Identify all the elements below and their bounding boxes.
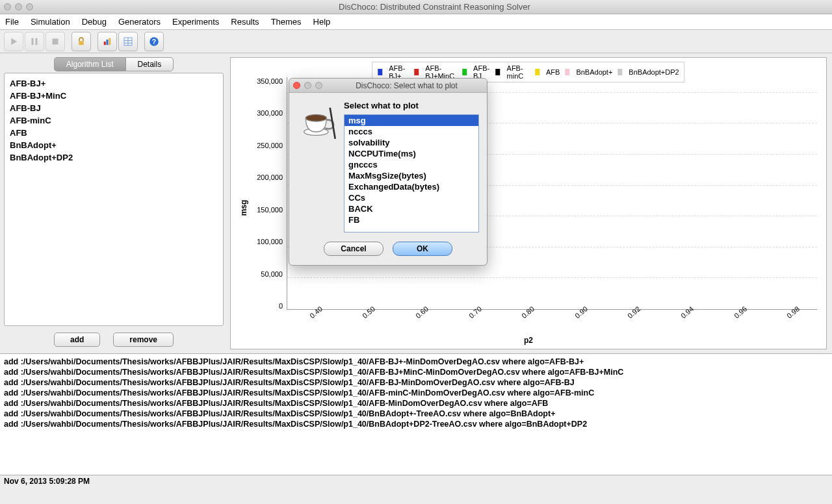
window-titlebar: DisChoco: Distributed Constraint Reasoni… xyxy=(0,0,832,14)
status-bar: Nov 6, 2013 5:09:28 PM xyxy=(0,475,832,488)
list-item[interactable]: AFB-BJ xyxy=(10,102,218,114)
console-output: add :/Users/wahbi/Documents/Thesis/works… xyxy=(0,353,832,475)
menu-file[interactable]: File xyxy=(5,17,19,27)
menu-simulation[interactable]: Simulation xyxy=(31,17,70,27)
plot-option[interactable]: NCCPUTime(ms) xyxy=(344,148,478,159)
plot-option[interactable]: MaxMsgSize(bytes) xyxy=(344,170,478,181)
plot-option[interactable]: CCs xyxy=(344,192,478,203)
menu-results[interactable]: Results xyxy=(231,17,259,27)
svg-rect-2 xyxy=(36,38,38,45)
menu-debug[interactable]: Debug xyxy=(82,17,107,27)
list-item[interactable]: AFB xyxy=(10,127,218,139)
svg-rect-1 xyxy=(32,38,34,45)
pause-button[interactable] xyxy=(25,32,44,51)
plot-select-dialog: DisChoco: Select what to plot Select wha… xyxy=(289,78,488,266)
cancel-button[interactable]: Cancel xyxy=(324,242,384,256)
tab-algorithm-list[interactable]: Algorithm List xyxy=(54,57,125,71)
close-window-icon[interactable] xyxy=(4,3,11,10)
dialog-label: Select what to plot xyxy=(344,101,479,110)
list-item[interactable]: AFB-BJ+ xyxy=(10,77,218,90)
x-axis-label: p2 xyxy=(524,336,533,345)
table-button[interactable] xyxy=(118,32,138,51)
list-item[interactable]: AFB-minC xyxy=(10,114,218,127)
plot-option[interactable]: ncccs xyxy=(344,126,478,137)
left-panel: Algorithm List Details AFB-BJ+ AFB-BJ+Mi… xyxy=(0,53,228,353)
svg-marker-0 xyxy=(11,38,17,45)
ok-button[interactable]: OK xyxy=(393,242,452,256)
menu-experiments[interactable]: Experiments xyxy=(172,17,219,27)
window-title: DisChoco: Distributed Constraint Reasoni… xyxy=(41,2,828,12)
plot-option[interactable]: msg xyxy=(344,115,478,126)
svg-rect-6 xyxy=(107,40,109,45)
svg-rect-7 xyxy=(109,38,110,45)
svg-rect-4 xyxy=(79,41,84,45)
zoom-window-icon[interactable] xyxy=(26,3,33,10)
minimize-window-icon[interactable] xyxy=(15,3,22,10)
zoom-icon xyxy=(315,82,322,89)
java-cup-icon xyxy=(297,101,339,142)
plot-option[interactable]: ExchangedData(bytes) xyxy=(344,181,478,192)
svg-rect-5 xyxy=(104,42,106,45)
chart-button[interactable] xyxy=(98,32,117,51)
plot-option[interactable]: BACK xyxy=(344,203,478,214)
close-icon[interactable] xyxy=(293,82,300,89)
help-button[interactable]: ? xyxy=(144,32,164,51)
svg-point-15 xyxy=(306,114,326,121)
svg-text:?: ? xyxy=(152,37,156,45)
svg-rect-3 xyxy=(53,38,58,44)
toolbar: ? xyxy=(0,30,832,53)
plot-option[interactable]: FB xyxy=(344,214,478,225)
list-item[interactable]: BnBAdopt+DP2 xyxy=(10,151,218,164)
lock-button[interactable] xyxy=(72,32,91,51)
list-item[interactable]: AFB-BJ+MinC xyxy=(10,90,218,102)
stop-button[interactable] xyxy=(46,32,65,51)
menu-generators[interactable]: Generators xyxy=(118,17,161,27)
remove-button[interactable]: remove xyxy=(113,333,174,347)
plot-option[interactable]: solvability xyxy=(344,137,478,148)
minimize-icon xyxy=(304,82,311,89)
list-item[interactable]: BnBAdopt+ xyxy=(10,139,218,151)
tab-details[interactable]: Details xyxy=(125,57,174,71)
menu-themes[interactable]: Themes xyxy=(271,17,302,27)
plot-option[interactable]: gncccs xyxy=(344,159,478,170)
dialog-title: DisChoco: Select what to plot xyxy=(330,81,483,90)
plot-options-list[interactable]: msgncccssolvabilityNCCPUTime(ms)gncccsMa… xyxy=(344,114,479,233)
algorithm-listbox[interactable]: AFB-BJ+ AFB-BJ+MinC AFB-BJ AFB-minC AFB … xyxy=(4,73,224,326)
menu-help[interactable]: Help xyxy=(313,17,331,27)
menu-bar: File Simulation Debug Generators Experim… xyxy=(0,14,832,30)
add-button[interactable]: add xyxy=(54,333,100,347)
play-button[interactable] xyxy=(4,32,23,51)
